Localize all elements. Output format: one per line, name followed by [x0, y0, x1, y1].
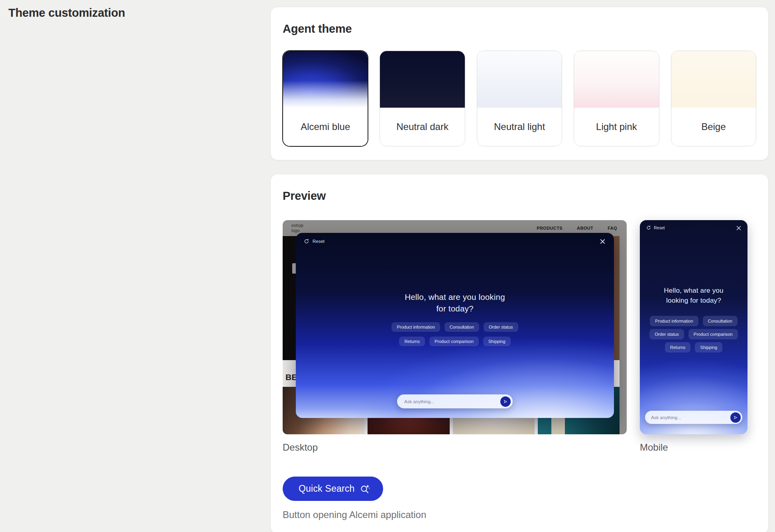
agent-greeting-line2: for today?: [296, 303, 614, 314]
agent-suggestion-chips: Product information Consultation Order s…: [640, 316, 747, 353]
theme-tile-label: Neutral dark: [380, 108, 464, 146]
desktop-label: Desktop: [283, 442, 627, 453]
ask-input-placeholder: Ask anything...: [651, 415, 681, 420]
theme-tile-light-pink[interactable]: Light pink: [574, 51, 659, 146]
chip-order-status[interactable]: Order status: [484, 322, 518, 332]
chip-product-information[interactable]: Product information: [650, 316, 698, 326]
reset-button[interactable]: Reset: [646, 225, 665, 230]
chip-returns[interactable]: Returns: [665, 342, 691, 353]
reset-label: Reset: [654, 225, 665, 230]
agent-greeting-line1: Hello, what are you looking: [296, 291, 614, 303]
quick-search-caption: Button opening Alcemi application: [283, 509, 756, 520]
reset-label: Reset: [313, 239, 325, 244]
quick-search-button[interactable]: Quick Search: [283, 477, 383, 501]
chip-consultation[interactable]: Consultation: [703, 316, 738, 326]
chip-product-comparison[interactable]: Product comparison: [688, 329, 738, 339]
ask-input-placeholder: Ask anything...: [404, 399, 434, 404]
theme-swatch-light-pink: [574, 51, 659, 108]
send-icon: [733, 415, 738, 420]
theme-tile-label: Beige: [671, 108, 756, 146]
theme-tile-neutral-light[interactable]: Neutral light: [477, 51, 562, 146]
eshop-nav-about[interactable]: ABOUT: [577, 226, 593, 231]
eshop-right-margin: [620, 236, 627, 434]
reset-button[interactable]: Reset: [304, 238, 325, 244]
agent-modal-mobile: Reset Hello, what are you looking for to…: [640, 220, 747, 434]
eshop-nav-products[interactable]: PRODUCTS: [537, 226, 563, 231]
agent-greeting: Hello, what are you looking for today?: [296, 291, 614, 314]
agent-greeting-line1: Hello, what are you: [640, 286, 747, 296]
chip-row: Order status Product comparison: [640, 329, 747, 339]
eshop-logo: eshop logo: [291, 223, 303, 233]
agent-greeting-line2: looking for today?: [640, 296, 747, 306]
quick-search-label: Quick Search: [299, 483, 354, 494]
chip-shipping[interactable]: Shipping: [483, 337, 511, 346]
agent-theme-heading: Agent theme: [283, 22, 756, 35]
page-title: Theme customization: [8, 6, 125, 20]
chip-row: Product information Consultation: [640, 316, 747, 326]
theme-tile-label: Neutral light: [477, 108, 562, 146]
settings-column: Agent theme Alcemi blue Neutral dark Neu…: [270, 7, 769, 532]
chip-row: Product information Consultation Order s…: [296, 322, 614, 332]
theme-tiles: Alcemi blue Neutral dark Neutral light L…: [283, 51, 756, 146]
theme-tile-label: Alcemi blue: [283, 108, 368, 146]
chip-returns[interactable]: Returns: [399, 337, 425, 346]
send-button[interactable]: [500, 396, 511, 407]
send-icon: [503, 399, 508, 404]
theme-tile-label: Light pink: [574, 108, 659, 146]
mobile-label: Mobile: [640, 442, 668, 453]
chip-row: Returns Product comparison Shipping: [296, 337, 614, 346]
agent-greeting: Hello, what are you looking for today?: [640, 286, 747, 305]
preview-row: eshop logo PRODUCTS ABOUT FAQ BE: [283, 220, 756, 434]
agent-theme-card: Agent theme Alcemi blue Neutral dark Neu…: [270, 7, 769, 160]
desktop-preview: eshop logo PRODUCTS ABOUT FAQ BE: [283, 220, 627, 434]
chip-order-status[interactable]: Order status: [649, 329, 684, 339]
reset-icon: [304, 238, 309, 244]
reset-icon: [646, 225, 651, 230]
chip-product-comparison[interactable]: Product comparison: [429, 337, 479, 346]
search-sparkle-icon: [360, 484, 370, 494]
ask-input[interactable]: Ask anything...: [397, 394, 513, 408]
eshop-logo-line1: eshop: [291, 223, 303, 228]
ask-input[interactable]: Ask anything...: [645, 411, 742, 424]
chip-product-information[interactable]: Product information: [391, 322, 440, 332]
theme-tile-beige[interactable]: Beige: [671, 51, 756, 146]
eshop-nav-faq[interactable]: FAQ: [608, 226, 617, 231]
theme-swatch-neutral-dark: [380, 51, 464, 108]
agent-suggestion-chips: Product information Consultation Order s…: [296, 322, 614, 346]
close-icon[interactable]: [736, 226, 741, 231]
preview-card: Preview eshop logo PRODUCTS ABOUT FAQ: [270, 174, 769, 532]
preview-labels: Desktop Mobile: [283, 442, 756, 453]
theme-swatch-beige: [671, 51, 756, 108]
theme-tile-neutral-dark[interactable]: Neutral dark: [380, 51, 465, 146]
eshop-nav-links: PRODUCTS ABOUT FAQ: [537, 226, 617, 231]
theme-tile-alcemi-blue[interactable]: Alcemi blue: [283, 51, 368, 146]
theme-swatch-alcemi-blue: [283, 51, 368, 108]
preview-heading: Preview: [283, 189, 756, 203]
chip-consultation[interactable]: Consultation: [445, 322, 479, 332]
chip-row: Returns Shipping: [640, 342, 747, 353]
agent-modal-desktop: Reset Hello, what are you looking for to…: [296, 233, 614, 418]
chip-shipping[interactable]: Shipping: [695, 342, 722, 353]
send-button[interactable]: [730, 412, 741, 423]
theme-swatch-neutral-light: [477, 51, 562, 108]
close-icon[interactable]: [600, 239, 605, 244]
